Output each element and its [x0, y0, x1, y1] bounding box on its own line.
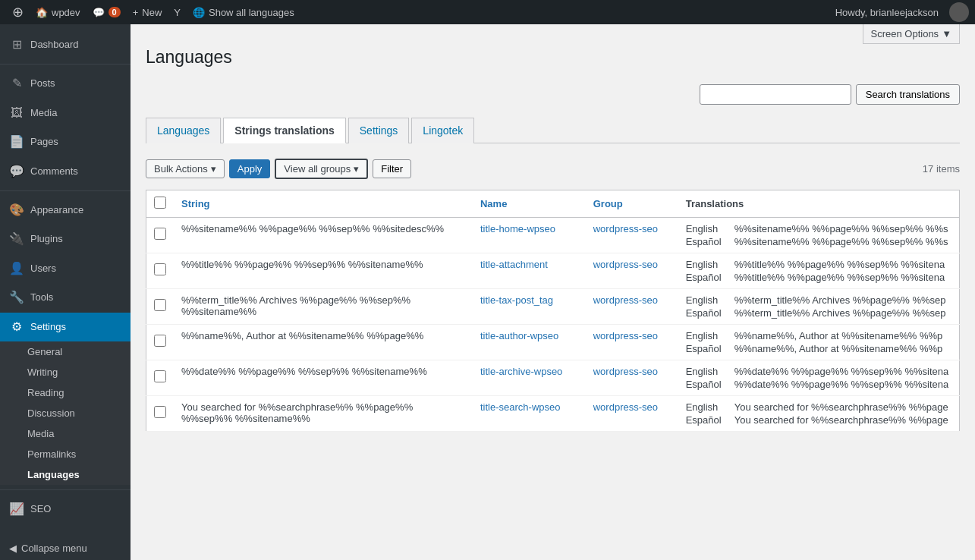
row-checkbox[interactable]	[154, 370, 166, 382]
sidebar-item-tools[interactable]: 🔧 Tools	[0, 283, 131, 312]
adminbar-wp-logo[interactable]: ⊕	[6, 0, 30, 24]
adminbar-site-name[interactable]: 🏠 wpdev	[30, 0, 86, 24]
search-input[interactable]	[700, 84, 851, 105]
sidebar-item-label: Media	[30, 106, 57, 120]
lang-entry: English%%title%% %%page%% %%sep%% %%site…	[686, 259, 951, 270]
sidebar-item-seo[interactable]: 📈 SEO	[0, 495, 131, 524]
adminbar-comments[interactable]: 💬 0	[86, 0, 127, 24]
pages-icon: 📄	[9, 134, 24, 150]
screen-options-button[interactable]: Screen Options ▼	[863, 24, 960, 44]
users-icon: 👤	[9, 260, 24, 277]
lang-value: %%term_title%% Archives %%page%% %%sep	[734, 294, 946, 306]
row-checkbox[interactable]	[154, 228, 166, 240]
column-string[interactable]: String	[174, 190, 473, 217]
lang-value: %%date%% %%page%% %%sep%% %%sitena	[734, 366, 949, 377]
bulk-actions-button[interactable]: Bulk Actions ▾	[146, 159, 225, 178]
lang-entry: Español%%term_title%% Archives %%page%% …	[686, 307, 951, 319]
screen-options-arrow: ▼	[942, 28, 951, 39]
submenu-item-discussion[interactable]: Discussion	[0, 403, 131, 423]
lang-value: %%title%% %%page%% %%sep%% %%sitena	[734, 259, 945, 270]
show-languages-label: Show all languages	[209, 7, 294, 18]
sidebar-item-label: Comments	[30, 165, 78, 178]
apply-label: Apply	[237, 163, 263, 175]
collapse-menu-button[interactable]: ◀ Collapse menu	[0, 536, 131, 560]
row-checkbox-cell	[146, 395, 175, 431]
group-cell: wordpress-seo	[586, 324, 678, 360]
table-row: %%date%% %%page%% %%sep%% %%sitename%%ti…	[146, 360, 960, 395]
lang-value: %%name%%, Author at %%sitename%% %%p	[734, 330, 943, 341]
table-row: %%term_title%% Archives %%page%% %%sep%%…	[146, 288, 960, 324]
lang-label: Español	[686, 379, 731, 390]
lang-entry: Español%%title%% %%page%% %%sep%% %%site…	[686, 272, 951, 283]
sidebar-item-label: Plugins	[30, 232, 63, 246]
sidebar-item-label: Tools	[30, 291, 53, 304]
lang-label: English	[686, 401, 731, 413]
yoast-icon: Y	[174, 7, 181, 18]
column-group[interactable]: Group	[586, 190, 678, 217]
translations-cell: English%%name%%, Author at %%sitename%% …	[678, 324, 960, 360]
dashboard-icon: ⊞	[9, 36, 24, 53]
name-cell: title-archive-wpseo	[473, 360, 586, 395]
tab-lingotek[interactable]: Lingotek	[411, 118, 474, 143]
view-all-groups-arrow: ▾	[354, 163, 359, 175]
string-cell: %%term_title%% Archives %%page%% %%sep%%…	[174, 288, 473, 324]
sidebar-item-pages[interactable]: 📄 Pages	[0, 127, 131, 156]
tab-languages[interactable]: Languages	[146, 118, 221, 143]
sidebar-item-appearance[interactable]: 🎨 Appearance	[0, 196, 131, 225]
lang-value: %%sitename%% %%page%% %%sep%% %%s	[734, 236, 948, 247]
wp-logo-icon: ⊕	[12, 4, 24, 20]
row-checkbox[interactable]	[154, 406, 166, 418]
lang-entry: Español%%date%% %%page%% %%sep%% %%siten…	[686, 379, 951, 390]
row-checkbox[interactable]	[154, 299, 166, 311]
lang-entry: EspañolYou searched for %%searchphrase%%…	[686, 414, 951, 426]
admin-bar: ⊕ 🏠 wpdev 💬 0 + New Y 🌐 Show all languag…	[0, 0, 975, 24]
group-cell: wordpress-seo	[586, 288, 678, 324]
sidebar-item-settings[interactable]: ⚙ Settings	[0, 313, 131, 341]
lang-entry: English%%name%%, Author at %%sitename%% …	[686, 330, 951, 341]
view-all-groups-button[interactable]: View all groups ▾	[275, 159, 368, 179]
sidebar-item-comments[interactable]: 💬 Comments	[0, 157, 131, 186]
lang-label: Español	[686, 272, 731, 283]
plugins-icon: 🔌	[9, 231, 24, 247]
submenu-item-reading[interactable]: Reading	[0, 382, 131, 403]
page-title: Languages	[146, 39, 960, 72]
wp-wrap: ⊞ Dashboard ✎ Posts 🖼 Media 📄 Pages 💬	[0, 24, 975, 560]
adminbar-yoast[interactable]: Y	[168, 0, 187, 24]
submenu-item-general[interactable]: General	[0, 341, 131, 362]
tab-strings-translations[interactable]: Strings translations	[223, 118, 345, 143]
adminbar-show-languages[interactable]: 🌐 Show all languages	[187, 0, 300, 24]
translations-cell: English%%date%% %%page%% %%sep%% %%siten…	[678, 360, 960, 395]
row-checkbox-cell	[146, 253, 175, 288]
sidebar-item-media[interactable]: 🖼 Media	[0, 99, 131, 127]
filter-label: Filter	[381, 163, 403, 175]
select-all-checkbox[interactable]	[154, 197, 166, 209]
sidebar-item-label: SEO	[30, 502, 51, 516]
submenu-item-writing[interactable]: Writing	[0, 362, 131, 382]
main-content: Languages Search translations Languages …	[131, 24, 975, 560]
row-checkbox[interactable]	[154, 335, 166, 347]
admin-menu: ⊞ Dashboard ✎ Posts 🖼 Media 📄 Pages 💬	[0, 24, 131, 560]
search-translations-button[interactable]: Search translations	[856, 84, 960, 105]
items-count-label: 17 items	[923, 163, 960, 175]
row-checkbox[interactable]	[154, 263, 166, 275]
sidebar-item-plugins[interactable]: 🔌 Plugins	[0, 225, 131, 253]
sidebar-item-posts[interactable]: ✎ Posts	[0, 69, 131, 98]
comments-menu-icon: 💬	[9, 163, 24, 180]
sidebar-item-users[interactable]: 👤 Users	[0, 254, 131, 283]
sidebar-item-dashboard[interactable]: ⊞ Dashboard	[0, 30, 131, 59]
submenu-item-media[interactable]: Media	[0, 423, 131, 444]
apply-button[interactable]: Apply	[229, 159, 271, 178]
collapse-icon: ◀	[9, 543, 17, 554]
name-cell: title-attachment	[473, 253, 586, 288]
lang-label: English	[686, 366, 731, 377]
column-name[interactable]: Name	[473, 190, 586, 217]
filter-button[interactable]: Filter	[373, 159, 411, 178]
submenu-item-languages[interactable]: Languages	[0, 464, 131, 485]
tab-label: Strings translations	[234, 124, 334, 137]
tab-settings[interactable]: Settings	[348, 118, 410, 143]
user-avatar[interactable]	[949, 2, 969, 22]
lang-label: Español	[686, 236, 731, 247]
adminbar-new[interactable]: + New	[127, 0, 168, 24]
submenu-item-permalinks[interactable]: Permalinks	[0, 444, 131, 464]
lang-value: %%title%% %%page%% %%sep%% %%sitena	[734, 272, 945, 283]
